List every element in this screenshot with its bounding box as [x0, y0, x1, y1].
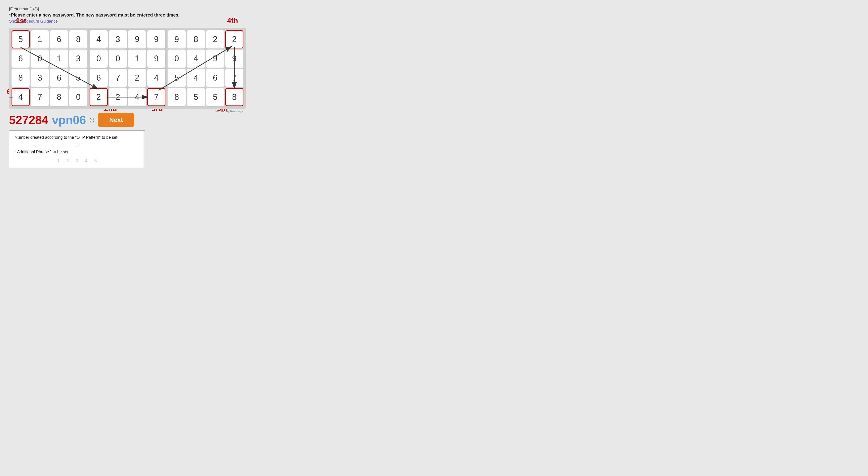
info-line2: " Additional Phrase " to be set — [15, 149, 139, 155]
grid-cell[interactable]: 8 — [11, 69, 30, 87]
grid-section-right: 9822049954678558 — [166, 29, 245, 107]
grid-section-left: 5168601383654780 — [10, 29, 89, 107]
info-plus: + — [15, 141, 139, 149]
grid-cell[interactable]: 6 — [206, 69, 224, 87]
grid-cell[interactable]: 6 — [50, 69, 68, 87]
label-4th: 4th — [227, 17, 238, 25]
label-1st: 1st — [16, 17, 26, 25]
next-button[interactable]: Next — [98, 113, 134, 127]
grid-cell[interactable]: 7 — [31, 88, 49, 106]
grid-wrapper: 1st 4th 6th 2nd 3rd 5th 5168601383654780… — [9, 28, 246, 113]
grid-cell[interactable]: 9 — [167, 30, 186, 49]
grid-cell[interactable]: 4 — [187, 50, 205, 68]
grid-cell[interactable]: 2 — [90, 88, 108, 106]
ghost-number: 4 — [85, 157, 88, 164]
instruction-text: *Please enter a new password. The new pa… — [9, 12, 859, 18]
grid-section-middle: 4399001967242247 — [89, 29, 166, 107]
grid-cell[interactable]: 3 — [69, 50, 87, 68]
grid-cell[interactable]: 8 — [50, 88, 68, 106]
grid-cell[interactable]: 6 — [50, 30, 68, 49]
grid-cell[interactable]: 8 — [167, 88, 186, 106]
grid-cell[interactable]: 9 — [206, 50, 224, 68]
ghost-row: 12345 — [15, 157, 139, 164]
grid-cell[interactable]: 3 — [109, 30, 127, 49]
grid-cell[interactable]: 9 — [147, 30, 165, 49]
ghost-number: 3 — [75, 157, 78, 164]
grid-cell[interactable]: 4 — [187, 69, 205, 87]
vpn-text: vpn06 — [52, 113, 86, 127]
grid-cell[interactable]: 3 — [31, 69, 49, 87]
grid-cell[interactable]: 4 — [90, 30, 108, 49]
grid-cell[interactable]: 8 — [187, 30, 205, 49]
grid-cell[interactable]: 0 — [90, 50, 108, 68]
grid-cell[interactable]: 5 — [11, 30, 30, 49]
grid-cell[interactable]: 5 — [187, 88, 205, 106]
grid-cell[interactable]: 7 — [147, 88, 165, 106]
grid-cell[interactable]: 2 — [225, 30, 243, 49]
grid-cell[interactable]: 1 — [128, 50, 146, 68]
grid-cell[interactable]: 5 — [69, 69, 87, 87]
grid-cell[interactable]: 8 — [225, 88, 243, 106]
grid-cell[interactable]: 5 — [206, 88, 224, 106]
grid-cell[interactable]: 1 — [50, 50, 68, 68]
grid-cell[interactable]: 0 — [109, 50, 127, 68]
grid-cell[interactable]: 4 — [128, 88, 146, 106]
grid-cell[interactable]: 6 — [90, 69, 108, 87]
asterisk-note: (*) — [90, 117, 94, 123]
grid-cell[interactable]: 8 — [69, 30, 87, 49]
grid-cell[interactable]: 4 — [11, 88, 30, 106]
grid-cell[interactable]: 4 — [147, 69, 165, 87]
grid-cell[interactable]: 9 — [225, 50, 243, 68]
grid-cell[interactable]: 9 — [147, 50, 165, 68]
ghost-number: 1 — [57, 157, 60, 164]
grid-cell[interactable]: 0 — [167, 50, 186, 68]
grid-cell[interactable]: 1 — [31, 30, 49, 49]
info-box: Number created according to the "OTP Pat… — [9, 130, 145, 168]
grid-cell[interactable]: 7 — [225, 69, 243, 87]
ghost-number: 5 — [94, 157, 97, 164]
grid-cell[interactable]: 9 — [128, 30, 146, 49]
grid-cell[interactable]: 2 — [109, 88, 127, 106]
grid-cell[interactable]: 0 — [31, 50, 49, 68]
secured-by-text: Secured by PassLogic. — [9, 110, 245, 113]
grid-cell[interactable]: 7 — [109, 69, 127, 87]
info-line1: Number created according to the "OTP Pat… — [15, 134, 139, 141]
grid-cell[interactable]: 2 — [128, 69, 146, 87]
otp-number: 527284 — [9, 113, 49, 127]
input-step-label: [First Input (1/3)] — [9, 7, 859, 11]
grid-cell[interactable]: 0 — [69, 88, 87, 106]
grid-cell[interactable]: 2 — [206, 30, 224, 49]
ghost-number: 2 — [66, 157, 69, 164]
grid-cell[interactable]: 5 — [167, 69, 186, 87]
result-row: 527284 vpn06 (*) Next — [9, 113, 859, 127]
number-grid: 5168601383654780 4399001967242247 982204… — [9, 28, 246, 109]
grid-cell[interactable]: 6 — [11, 50, 30, 68]
